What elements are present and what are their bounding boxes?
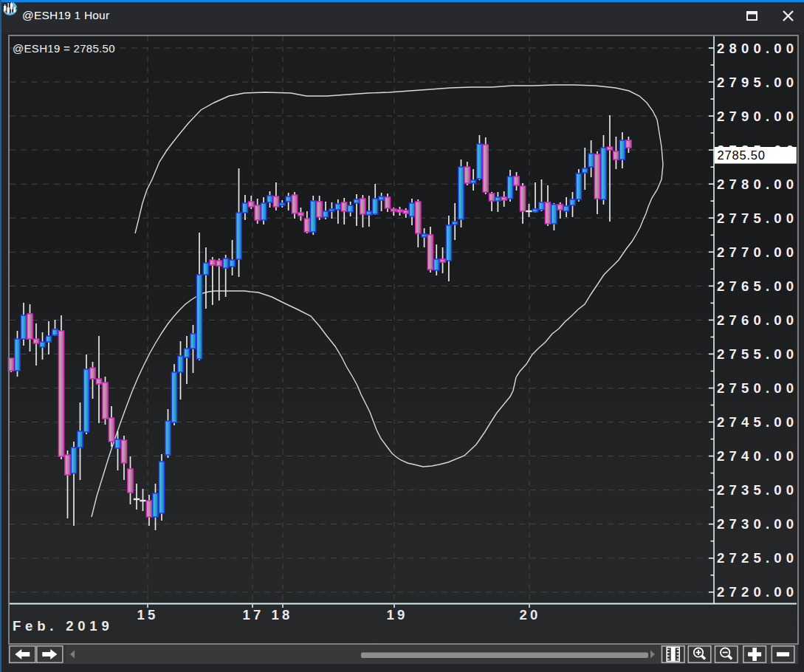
svg-text:2745.00: 2745.00 bbox=[717, 414, 798, 430]
svg-text:2720.00: 2720.00 bbox=[717, 584, 798, 600]
svg-text:2785.50: 2785.50 bbox=[718, 148, 766, 162]
svg-text:2735.00: 2735.00 bbox=[717, 482, 798, 498]
svg-text:2760.00: 2760.00 bbox=[717, 312, 798, 328]
svg-text:2780.00: 2780.00 bbox=[717, 176, 798, 192]
svg-text:Feb. 2019: Feb. 2019 bbox=[13, 618, 114, 634]
svg-text:15: 15 bbox=[137, 607, 159, 623]
svg-text:2800.00: 2800.00 bbox=[717, 41, 798, 56]
svg-text:2795.00: 2795.00 bbox=[717, 75, 798, 90]
svg-text:2750.00: 2750.00 bbox=[717, 380, 798, 396]
svg-text:19: 19 bbox=[387, 607, 408, 623]
svg-text:2740.00: 2740.00 bbox=[717, 448, 798, 464]
svg-text:20: 20 bbox=[520, 607, 541, 623]
svg-text:2730.00: 2730.00 bbox=[717, 516, 798, 532]
svg-text:17: 17 bbox=[243, 607, 264, 623]
svg-text:2755.00: 2755.00 bbox=[717, 346, 798, 362]
svg-text:2770.00: 2770.00 bbox=[717, 244, 798, 260]
svg-text:18: 18 bbox=[272, 607, 293, 623]
svg-text:2725.00: 2725.00 bbox=[717, 550, 798, 566]
svg-text:2790.00: 2790.00 bbox=[717, 109, 798, 124]
svg-text:2775.00: 2775.00 bbox=[717, 210, 798, 226]
svg-text:2765.00: 2765.00 bbox=[717, 278, 798, 294]
svg-text:@ESH19 = 2785.50: @ESH19 = 2785.50 bbox=[13, 42, 115, 55]
